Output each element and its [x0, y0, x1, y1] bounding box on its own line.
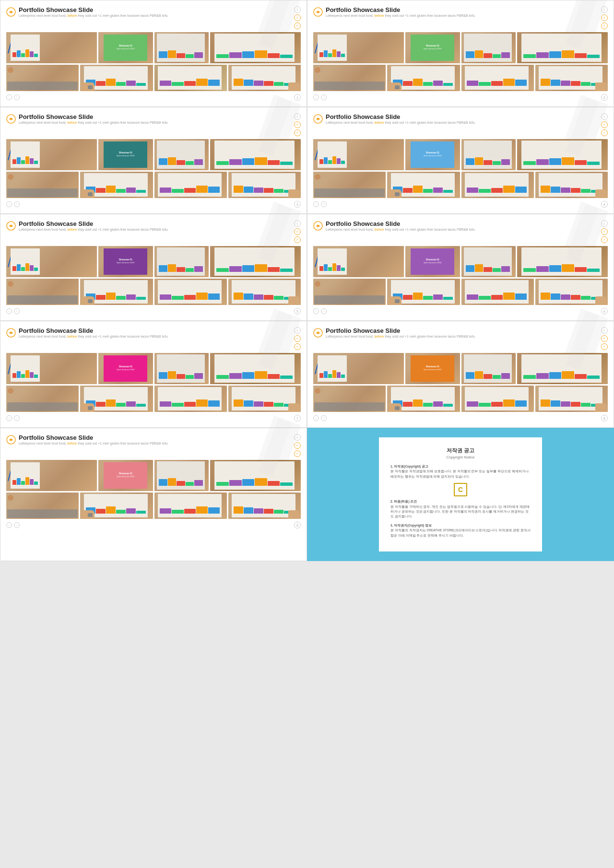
slide-title-area-2: Portfolio Showcase Slide Letterpress nex… — [313, 6, 475, 17]
check-icon-8b[interactable]: ✓ — [601, 343, 608, 350]
slide-images-bottom-7 — [6, 386, 301, 412]
slide-title-9: Portfolio Showcase Slide — [19, 434, 168, 441]
copyright-inner: 저작권 공고 Copyright Notice 1. 저작권(Copyright… — [379, 437, 542, 551]
info-icon-8[interactable]: i — [601, 327, 608, 334]
info-icon-6[interactable]: i — [601, 220, 608, 227]
upload-icon-8[interactable]: ↑ — [321, 415, 327, 421]
logo-icon-6 — [313, 221, 323, 231]
slide-card-6: Portfolio Showcase Slide Letterpress nex… — [307, 214, 614, 321]
slide-title-area-4: Portfolio Showcase Slide Letterpress nex… — [313, 113, 475, 124]
upload-icon-1[interactable]: ↑ — [14, 94, 20, 100]
slide-images-top-1: Showcase 01Synth chartreuse XOXO — [6, 32, 301, 63]
check-icon-4a[interactable]: ✓ — [601, 121, 608, 128]
img-hands-8 — [387, 386, 460, 412]
download-icon-5[interactable]: ↓ — [6, 308, 12, 314]
download-icon-4[interactable]: ↓ — [313, 201, 319, 207]
check-icon-9b[interactable]: ✓ — [294, 450, 301, 457]
page-num-5: 5 — [294, 308, 301, 315]
slide-images-top-4: Showcase 01Synth chartreuse XOXO — [313, 139, 608, 170]
download-icon-8[interactable]: ↓ — [313, 415, 319, 421]
info-icon-2[interactable]: i — [601, 6, 608, 13]
img-chart2-5 — [210, 246, 301, 277]
img-hands-7 — [80, 386, 153, 412]
info-icon-1[interactable]: i — [294, 6, 301, 13]
side-icons-6: i ✓ ✓ — [601, 220, 608, 243]
slide-images-top-6: Showcase 01Synth chartreuse XOXO — [313, 246, 608, 277]
slide-subtitle-2: Letterpress next level trust fund, befor… — [326, 14, 475, 17]
upload-icon-2[interactable]: ↑ — [321, 94, 327, 100]
upload-icon-5[interactable]: ↑ — [14, 308, 20, 314]
slide-images-top-7: Showcase 01Synth chartreuse XOXO — [6, 353, 301, 384]
check-icon-2b[interactable]: ✓ — [601, 23, 608, 29]
bottom-icons-2: ↓ ↑ 2 — [313, 94, 608, 101]
side-icons-7: i ✓ ✓ — [294, 327, 301, 350]
check-icon-7a[interactable]: ✓ — [294, 335, 301, 342]
slide-images-bottom-8 — [313, 386, 608, 412]
upload-icon-9[interactable]: ↑ — [14, 522, 20, 528]
check-icon-5a[interactable]: ✓ — [294, 228, 301, 235]
check-icon-1a[interactable]: ✓ — [294, 14, 301, 21]
img-hands-9 — [80, 493, 153, 519]
info-icon-9[interactable]: i — [294, 434, 301, 441]
download-icon-2[interactable]: ↓ — [313, 94, 319, 100]
check-icon-7b[interactable]: ✓ — [294, 343, 301, 350]
check-icon-9a[interactable]: ✓ — [294, 442, 301, 449]
bottom-icons-1: ↓ ↑ 1 — [6, 94, 301, 101]
check-icon-3a[interactable]: ✓ — [294, 121, 301, 128]
check-icon-6b[interactable]: ✓ — [601, 236, 608, 243]
img-laptop-7 — [6, 386, 79, 412]
logo-icon-5 — [6, 221, 16, 231]
slide-header-4: Portfolio Showcase Slide Letterpress nex… — [313, 113, 608, 136]
check-icon-2a[interactable]: ✓ — [601, 14, 608, 21]
upload-icon-3[interactable]: ↑ — [14, 201, 20, 207]
bottom-icons-6: ↓ ↑ 6 — [313, 308, 608, 315]
download-icon-7[interactable]: ↓ — [6, 415, 12, 421]
download-icon-3[interactable]: ↓ — [6, 201, 12, 207]
info-icon-7[interactable]: i — [294, 327, 301, 334]
img-paper-1 — [154, 32, 209, 63]
copyright-card: 저작권 공고 Copyright Notice 1. 저작권(Copyright… — [307, 428, 614, 561]
download-icon-1[interactable]: ↓ — [6, 94, 12, 100]
check-icon-6a[interactable]: ✓ — [601, 228, 608, 235]
bottom-icons-7: ↓ ↑ 7 — [6, 415, 301, 422]
img-chart-9 — [6, 460, 97, 491]
img-laptop-1 — [6, 65, 79, 91]
img-chart-8 — [313, 353, 404, 384]
copyright-section1: 1. 저작권(Copyright) 공고 본 저작물은 저작권법에 의해 보호됩… — [390, 464, 531, 479]
slide-header-1: Portfolio Showcase Slide Letterpress nex… — [6, 6, 301, 29]
info-icon-4[interactable]: i — [601, 113, 608, 120]
info-icon-3[interactable]: i — [294, 113, 301, 120]
img-chart2-7 — [210, 353, 301, 384]
side-icons-2: i ✓ ✓ — [601, 6, 608, 29]
slide-images-bottom-9 — [6, 493, 301, 519]
slide-card-9: Portfolio Showcase Slide Letterpress nex… — [0, 428, 307, 561]
img-laptop-3 — [6, 172, 79, 198]
download-icon-9[interactable]: ↓ — [6, 522, 12, 528]
info-icon-5[interactable]: i — [294, 220, 301, 227]
upload-icon-6[interactable]: ↑ — [321, 308, 327, 314]
img-chart2-3 — [210, 139, 301, 170]
check-icon-4b[interactable]: ✓ — [601, 129, 608, 136]
check-icon-3b[interactable]: ✓ — [294, 129, 301, 136]
img-chart2-8 — [517, 353, 608, 384]
slide-title-7: Portfolio Showcase Slide — [19, 327, 168, 334]
copyright-section1-body: 본 저작물은 저작권법에 의해 보호됩니다. 본 저작물의 전부 또는 일부를 … — [390, 469, 529, 478]
check-icon-5b[interactable]: ✓ — [294, 236, 301, 243]
upload-icon-4[interactable]: ↑ — [321, 201, 327, 207]
img-hands-4 — [387, 172, 460, 198]
img-laptop-4 — [313, 172, 386, 198]
showcase-label-4: Showcase 01Synth chartreuse XOXO — [424, 152, 442, 158]
slide-title-area-1: Portfolio Showcase Slide Letterpress nex… — [6, 6, 168, 17]
upload-icon-7[interactable]: ↑ — [14, 415, 20, 421]
check-icon-8a[interactable]: ✓ — [601, 335, 608, 342]
logo-icon-4 — [313, 114, 323, 124]
slide-card-5: Portfolio Showcase Slide Letterpress nex… — [0, 214, 307, 321]
img-paper-2 — [461, 32, 516, 63]
bottom-icons-5: ↓ ↑ 5 — [6, 308, 301, 315]
copyright-subtitle: Copyright Notice — [390, 455, 531, 459]
slide-images-top-3: Showcase 01Synth chartreuse XOXO — [6, 139, 301, 170]
download-icon-6[interactable]: ↓ — [313, 308, 319, 314]
check-icon-1b[interactable]: ✓ — [294, 23, 301, 29]
img-chart-7 — [6, 353, 97, 384]
slide-title-6: Portfolio Showcase Slide — [326, 220, 475, 227]
